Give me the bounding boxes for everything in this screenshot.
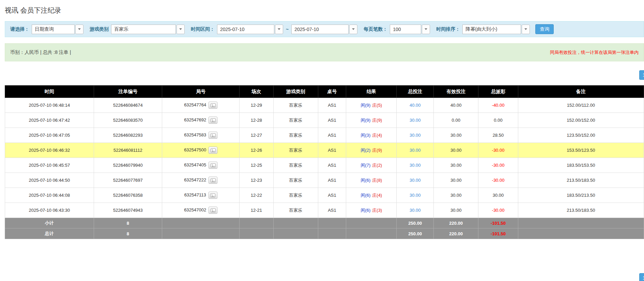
- total-bet-link[interactable]: 30.00: [410, 208, 421, 213]
- cell-remark: 183.50/213.50: [518, 188, 644, 203]
- date-to-input[interactable]: [291, 25, 349, 34]
- time-sort-input[interactable]: [462, 25, 521, 34]
- cell-result: 闲(9)庄(9): [346, 113, 397, 128]
- cell-bet-id: 522646077697: [94, 173, 162, 188]
- table-row[interactable]: 2025-07-10 06:44:50 522646077697 6325472…: [5, 173, 644, 188]
- total-bet-link[interactable]: 40.00: [410, 103, 421, 108]
- total-bet-link[interactable]: 30.00: [410, 163, 421, 168]
- cell-valid-bet: 0.00: [434, 113, 478, 128]
- date-to-dropdown-button[interactable]: [349, 25, 357, 34]
- select-type-input[interactable]: [32, 25, 75, 34]
- cell-time: 2025-07-10 06:47:05: [5, 128, 94, 143]
- table-row[interactable]: 2025-07-10 06:45:57 522646079940 6325474…: [5, 158, 644, 173]
- cell-game-type: 百家乐: [273, 203, 318, 218]
- table-row[interactable]: 2025-07-10 06:44:08 522646076358 6325471…: [5, 188, 644, 203]
- video-replay-icon[interactable]: [209, 177, 217, 184]
- cell-remark: 153.50/123.50: [518, 143, 644, 158]
- page-button-1[interactable]: 1: [639, 70, 644, 80]
- total-bet-link[interactable]: 30.00: [410, 118, 421, 123]
- query-button[interactable]: 查询: [535, 24, 554, 34]
- cell-table-no: AS1: [318, 113, 346, 128]
- subtotal-payout: -101.50: [478, 218, 518, 228]
- video-replay-icon[interactable]: [209, 162, 217, 169]
- column-header: 局号: [162, 86, 240, 98]
- cell-total-bet: 30.00: [397, 113, 434, 128]
- table-row[interactable]: 2025-07-10 06:47:42 522646083570 6325476…: [5, 113, 644, 128]
- cell-valid-bet: 40.00: [434, 98, 478, 113]
- cell-bet-id: 522646082293: [94, 128, 162, 143]
- cell-time: 2025-07-10 06:44:08: [5, 188, 94, 203]
- page-title: 视讯 会员下注纪录: [5, 5, 644, 15]
- cell-round-id: 632547692: [162, 113, 240, 128]
- table-row[interactable]: 2025-07-10 06:46:32 522646081112 6325475…: [5, 143, 644, 158]
- result-banker: 庄(4): [372, 193, 382, 198]
- cell-total-bet: 30.00: [397, 128, 434, 143]
- result-banker: 庄(9): [372, 118, 382, 123]
- total-bet-link[interactable]: 30.00: [410, 133, 421, 138]
- column-header: 桌号: [318, 86, 346, 98]
- cell-table-no: AS1: [318, 188, 346, 203]
- result-banker: 庄(9): [372, 148, 382, 153]
- round-id-value: 632547500: [184, 147, 206, 152]
- video-replay-icon[interactable]: [209, 102, 217, 109]
- cell-total-bet: 30.00: [397, 203, 434, 218]
- date-from-input[interactable]: [217, 25, 274, 34]
- video-replay-icon[interactable]: [209, 132, 217, 139]
- cell-session: 12-28: [240, 113, 273, 128]
- time-sort-dropdown-button[interactable]: [522, 25, 530, 34]
- subtotal-count: 8: [94, 218, 162, 228]
- date-from-dropdown-button[interactable]: [275, 25, 283, 34]
- cell-time: 2025-07-10 06:43:30: [5, 203, 94, 218]
- total-row: 总计 8 250.00 220.00 -101.50: [5, 228, 644, 239]
- cell-round-id: 632547764: [162, 98, 240, 113]
- cell-bet-id: 522646081112: [94, 143, 162, 158]
- result-player: 闲(2): [361, 148, 370, 153]
- page-size-input[interactable]: [390, 25, 421, 34]
- pagination-bottom: 1: [5, 273, 644, 281]
- cell-result: 闲(2)庄(9): [346, 143, 397, 158]
- time-sort-combobox: [462, 25, 530, 34]
- result-player: 闲(6): [361, 193, 370, 198]
- subtotal-row: 小计 8 250.00 220.00 -101.50: [5, 218, 644, 228]
- pagination-top: 1: [5, 70, 644, 80]
- video-replay-icon[interactable]: [209, 147, 217, 154]
- result-banker: 庄(5): [372, 103, 382, 108]
- total-bet-link[interactable]: 30.00: [410, 193, 421, 198]
- video-replay-icon[interactable]: [209, 192, 217, 199]
- game-type-dropdown-button[interactable]: [177, 25, 185, 34]
- select-type-dropdown-button[interactable]: [75, 25, 83, 34]
- cell-round-id: 632547405: [162, 158, 240, 173]
- cell-round-id: 632547002: [162, 203, 240, 218]
- cell-payout: -40.00: [478, 98, 518, 113]
- video-replay-icon[interactable]: [209, 207, 217, 214]
- table-row[interactable]: 2025-07-10 06:43:30 522646074943 6325470…: [5, 203, 644, 218]
- video-replay-icon[interactable]: [209, 117, 217, 124]
- subtotal-label: 小计: [5, 218, 94, 228]
- cell-table-no: AS1: [318, 203, 346, 218]
- table-row[interactable]: 2025-07-10 06:47:05 522646082293 6325475…: [5, 128, 644, 143]
- page-size-dropdown-button[interactable]: [422, 25, 430, 34]
- cell-result: 闲(6)庄(4): [346, 188, 397, 203]
- round-id-value: 632547583: [184, 132, 206, 137]
- summary-bar: 币别：人民币 | 总共 :8 注单 | 同局有效投注，统一计算在该局第一张注单内: [5, 43, 644, 61]
- total-bet-link[interactable]: 30.00: [410, 148, 421, 153]
- round-id-value: 632547692: [184, 117, 206, 122]
- time-sort-label: 时间排序：: [436, 26, 460, 32]
- page-button-1[interactable]: 1: [639, 273, 644, 281]
- total-count: 8: [94, 228, 162, 239]
- cell-total-bet: 30.00: [397, 143, 434, 158]
- chevron-down-icon: [352, 28, 355, 30]
- total-bet-link[interactable]: 30.00: [410, 178, 421, 183]
- date-to-combobox: [291, 25, 357, 34]
- cell-payout: 28.50: [478, 128, 518, 143]
- table-row[interactable]: 2025-07-10 06:48:14 522646084674 6325477…: [5, 98, 644, 113]
- game-type-input[interactable]: [111, 25, 176, 34]
- summary-notice: 同局有效投注，统一计算在该局第一张注单内: [550, 49, 639, 56]
- cell-remark: 152.00/112.00: [518, 98, 644, 113]
- cell-payout: -30.00: [478, 158, 518, 173]
- column-header: 有效投注: [434, 86, 478, 98]
- bet-records-table: 时间注单编号局号场次游戏类别桌号结果总投注有效投注总派彩备注 2025-07-1…: [5, 85, 644, 239]
- cell-remark: 152.00/152.00: [518, 113, 644, 128]
- cell-table-no: AS1: [318, 173, 346, 188]
- page-root: 视讯 会员下注纪录 请选择： 游戏类别 时间区间： ~ 每页笔数： 时间排序：: [0, 5, 644, 281]
